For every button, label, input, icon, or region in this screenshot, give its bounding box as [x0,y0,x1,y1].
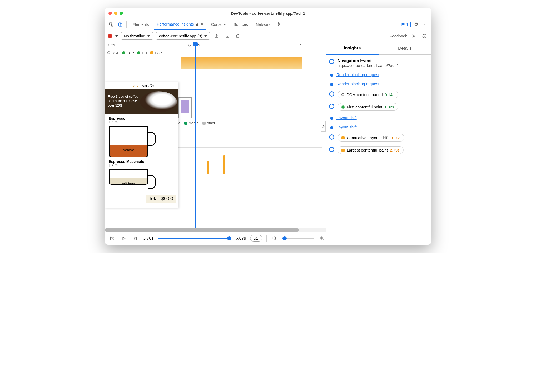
dcl-dot-icon [107,51,110,54]
record-menu-caret[interactable] [115,35,118,37]
lcp-dot-icon [150,51,153,54]
tab-sources[interactable]: Sources [230,19,251,30]
inspect-element-icon[interactable] [107,21,115,28]
traffic-lights [108,12,123,15]
insight-render-blocking[interactable]: Render blocking request [329,72,428,77]
help-icon[interactable] [421,32,428,40]
session-select[interactable]: coffee-cart.netlify.app (3) [156,32,210,40]
delete-icon[interactable] [234,32,241,40]
playhead[interactable] [195,42,196,232]
mug-fill-label: espresso [110,145,147,157]
metric-label: Cumulative Layout Shift [347,135,388,140]
zoom-in-icon[interactable] [318,235,326,242]
tab-network[interactable]: Network [253,19,274,30]
record-button[interactable] [108,34,112,38]
product-price: $12.00 [109,164,175,167]
feedback-link[interactable]: Feedback [390,34,407,38]
product-name: Espresso [109,116,175,120]
legend-media-icon [184,122,187,125]
insight-layout-shift[interactable]: Layout shift [329,115,428,120]
session-label: coffee-cart.netlify.app (3) [159,34,202,38]
chevron-down-icon [204,35,207,37]
tab-performance-insights[interactable]: Performance insights × [154,19,206,30]
zoom-slider[interactable] [282,238,314,239]
close-window-button[interactable] [108,12,112,15]
insights-body: Navigation Event https://coffee-cart.net… [326,55,431,232]
insight-link[interactable]: Render blocking request [336,72,379,77]
insight-link[interactable]: Layout shift [336,125,357,129]
preview-cart: cart (0) [142,83,154,87]
timeline-node-icon [330,83,333,86]
throttling-select[interactable]: No throttling [121,32,153,40]
slider-thumb[interactable] [227,236,231,240]
time-slider[interactable] [158,238,231,239]
perf-settings-icon[interactable] [410,32,418,40]
insight-link[interactable]: Render blocking request [336,82,379,86]
mug-illustration: milk foam [109,169,148,185]
time-ruler[interactable]: 0ms 3,200ms 6, [105,42,326,49]
insight-dcl[interactable]: DOM content loaded 0.14s [329,91,428,98]
page-preview: menu cart (0) Free 1 bag of coffee beans… [105,82,178,208]
tab-console[interactable]: Console [208,19,229,30]
issues-count: 1 [406,22,408,27]
nav-event-title: Navigation Event [338,58,428,63]
tab-insights[interactable]: Insights [326,42,379,55]
dcl-dot-icon [341,93,344,96]
insight-render-blocking[interactable]: Render blocking request [329,82,428,86]
filmstrip-thumbnail[interactable] [178,97,192,118]
ruler-tick: 0ms [108,43,115,47]
insights-tabs: Insights Details [326,42,431,55]
tab-elements[interactable]: Elements [129,19,152,30]
svg-point-4 [425,24,425,25]
kebab-menu-icon[interactable] [421,21,429,28]
horizontal-scrollbar[interactable] [105,228,326,232]
slider-thumb[interactable] [282,236,287,240]
marker-dcl: DCL [107,51,119,55]
device-toolbar-icon[interactable] [116,21,124,28]
timing-bar[interactable] [223,155,225,174]
rewind-icon[interactable] [132,235,139,242]
metric-label: Largest contentful paint [347,148,388,152]
throttling-label: No throttling [124,34,145,38]
issues-button[interactable]: 1 [399,22,411,27]
more-tabs-icon[interactable] [275,21,282,28]
lcp-square-icon [341,149,345,152]
import-icon[interactable] [224,32,231,40]
coffee-cup-image [140,91,177,112]
markers-row: DCL FCP TTI LCP [105,49,326,57]
play-icon[interactable] [120,235,127,242]
insight-link[interactable]: Layout shift [336,115,357,120]
fcp-dot-icon [341,105,345,109]
zoom-out-icon[interactable] [271,235,278,242]
screenshot-toggle-icon[interactable] [108,235,116,242]
maximize-window-button[interactable] [120,12,123,15]
minimize-window-button[interactable] [114,12,117,15]
insight-layout-shift[interactable]: Layout shift [329,125,428,129]
timeline-node-icon [329,134,334,140]
timeline-node-icon [329,104,334,109]
preview-menu: menu [130,83,139,87]
tab-details[interactable]: Details [379,42,431,54]
metric-value: 0.193 [390,135,400,140]
insight-cls[interactable]: Cumulative Layout Shift 0.193 [329,134,428,142]
marker-tti: TTI [137,51,147,55]
zoom-level[interactable]: x1 [250,235,262,242]
svg-rect-2 [120,24,122,26]
collapse-pane-button[interactable] [321,121,326,132]
timeline-pane[interactable]: 0ms 3,200ms 6, DCL FCP TTI LCP ▶ ▶ css j… [105,42,326,232]
scrollbar-thumb[interactable] [105,228,299,232]
timeline-node-icon [329,147,334,152]
settings-icon[interactable] [412,21,420,28]
timing-bar[interactable] [207,161,209,174]
export-icon[interactable] [213,32,220,40]
svg-point-6 [413,35,415,37]
insight-fcp[interactable]: First contentful paint 1.32s [329,103,428,111]
main-thread-block[interactable] [181,57,302,69]
close-tab-icon[interactable]: × [201,22,203,27]
preview-banner-text: Free 1 bag of coffee beans for purchase … [108,94,139,108]
insight-lcp[interactable]: Largest contentful paint 2.73s [329,146,428,154]
insights-pane: Insights Details Navigation Event https:… [326,42,431,232]
preview-nav: menu cart (0) [105,82,178,89]
flask-icon [195,22,199,26]
svg-point-3 [425,23,425,23]
